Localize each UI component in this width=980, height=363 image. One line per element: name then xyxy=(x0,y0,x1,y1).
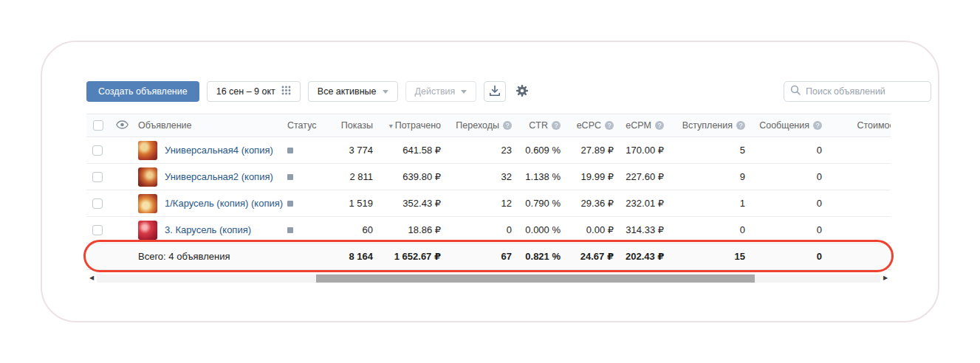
help-icon[interactable] xyxy=(813,121,822,130)
joins-value: 9 xyxy=(670,164,751,190)
messages-value: 0 xyxy=(751,190,828,217)
export-button[interactable] xyxy=(484,81,506,102)
row-checkbox[interactable] xyxy=(92,225,103,235)
ads-table: Объявление Статус Показы Потрачено Перех… xyxy=(86,114,891,270)
messages-value: 0 xyxy=(751,137,828,164)
column-header-impressions[interactable]: Показы xyxy=(341,120,373,131)
impressions-value: 1 519 xyxy=(327,190,379,217)
status-filter-dropdown[interactable]: Все активные xyxy=(308,81,398,102)
joins-value: 1 xyxy=(670,190,751,217)
spent-value: 18.86 ₽ xyxy=(379,217,447,243)
ad-thumbnail[interactable] xyxy=(138,141,157,160)
ad-thumbnail[interactable] xyxy=(138,221,157,240)
column-header-status: Статус xyxy=(287,120,317,131)
column-header-spent[interactable]: Потрачено xyxy=(395,120,441,131)
ecpm-value: 170.00 ₽ xyxy=(620,137,670,164)
row-checkbox[interactable] xyxy=(92,198,103,209)
clicks-value: 0 xyxy=(447,217,518,243)
clicks-value: 23 xyxy=(447,137,518,164)
messages-value: 0 xyxy=(751,217,828,243)
ecpc-value: 0.00 ₽ xyxy=(566,217,620,243)
horizontal-scrollbar: ◀ ▶ xyxy=(86,273,891,283)
column-header-ecpm[interactable]: eCPM xyxy=(626,120,651,131)
impressions-value: 3 774 xyxy=(327,137,379,164)
settings-button[interactable] xyxy=(512,81,532,102)
total-impressions: 8 164 xyxy=(327,243,379,270)
eye-icon xyxy=(116,121,129,131)
column-header-ctr[interactable]: CTR xyxy=(529,120,548,131)
help-icon[interactable] xyxy=(736,121,745,130)
table-header-row: Объявление Статус Показы Потрачено Перех… xyxy=(86,114,891,137)
ctr-value: 0.790 % xyxy=(518,190,566,217)
total-row: Всего: 4 объявления 8 164 1 652.67 ₽ 67 … xyxy=(86,243,891,270)
chevron-down-icon xyxy=(383,90,388,94)
row-checkbox[interactable] xyxy=(92,145,103,156)
clicks-value: 12 xyxy=(447,190,518,217)
scroll-right-icon[interactable]: ▶ xyxy=(880,273,891,283)
spent-value: 641.58 ₽ xyxy=(379,137,447,164)
ecpc-value: 29.36 ₽ xyxy=(566,190,620,217)
ad-name-link[interactable]: 1/Карусель (копия) (копия) xyxy=(165,198,283,209)
ecpc-value: 19.99 ₽ xyxy=(566,164,620,190)
chevron-down-icon xyxy=(461,90,467,94)
ecpm-value: 227.60 ₽ xyxy=(620,164,670,190)
status-filter-label: Все активные xyxy=(318,86,377,97)
ad-row: Универсальная2 (копия) 2 811 639.80 ₽ 32… xyxy=(86,164,891,190)
column-header-ad[interactable]: Объявление xyxy=(138,120,192,131)
ctr-value: 1.138 % xyxy=(518,164,566,190)
help-icon[interactable] xyxy=(605,121,614,130)
ecpm-value: 314.33 ₽ xyxy=(620,217,670,243)
ad-row: 3. Карусель (копия) 60 18.86 ₽ 0 0.000 %… xyxy=(86,217,891,243)
status-stopped-icon xyxy=(287,227,293,233)
row-checkbox[interactable] xyxy=(92,172,103,182)
scrollbar-thumb[interactable] xyxy=(316,274,755,283)
ad-thumbnail[interactable] xyxy=(138,167,157,187)
help-icon[interactable] xyxy=(503,121,512,130)
total-joins: 15 xyxy=(670,243,751,270)
total-clicks: 67 xyxy=(447,243,518,270)
date-range-label: 16 сен – 9 окт xyxy=(216,86,275,97)
joins-value: 0 xyxy=(670,217,751,243)
ecpc-value: 27.89 ₽ xyxy=(566,137,620,164)
actions-label: Действия xyxy=(415,86,456,97)
total-ecpc: 24.67 ₽ xyxy=(566,243,620,270)
column-header-clicks[interactable]: Переходы xyxy=(456,120,499,131)
date-range-button[interactable]: 16 сен – 9 окт xyxy=(207,81,301,102)
impressions-value: 2 811 xyxy=(327,164,379,190)
calendar-icon xyxy=(281,86,291,97)
search-icon xyxy=(790,85,801,98)
search-input[interactable] xyxy=(806,86,925,97)
sort-desc-icon xyxy=(389,122,393,130)
scrollbar-track[interactable] xyxy=(97,274,880,283)
search-box xyxy=(784,81,931,102)
create-ad-button[interactable]: Создать объявление xyxy=(86,81,199,102)
total-messages: 0 xyxy=(751,243,828,270)
ad-row: 1/Карусель (копия) (копия) 1 519 352.43 … xyxy=(86,190,891,217)
gear-icon xyxy=(515,84,529,100)
ctr-value: 0.609 % xyxy=(518,137,566,164)
column-header-joins[interactable]: Вступления xyxy=(682,120,733,131)
column-header-ecpc[interactable]: eCPC xyxy=(577,120,601,131)
messages-value: 0 xyxy=(751,164,828,190)
help-icon[interactable] xyxy=(655,121,664,130)
actions-dropdown[interactable]: Действия xyxy=(405,81,477,102)
column-header-messages[interactable]: Сообщения xyxy=(759,120,809,131)
toolbar: Создать объявление 16 сен – 9 окт Все ак… xyxy=(86,81,931,102)
ads-manager-card: Создать объявление 16 сен – 9 окт Все ак… xyxy=(41,41,939,322)
select-all-checkbox[interactable] xyxy=(93,120,103,131)
ecpm-value: 232.01 ₽ xyxy=(620,190,670,217)
help-icon[interactable] xyxy=(552,121,561,130)
ad-thumbnail[interactable] xyxy=(138,194,157,213)
download-icon xyxy=(489,85,501,99)
ad-name-link[interactable]: Универсальная2 (копия) xyxy=(165,171,273,182)
column-header-cost[interactable]: Стоимость xyxy=(857,120,891,131)
spent-value: 352.43 ₽ xyxy=(379,190,447,217)
ad-name-link[interactable]: 3. Карусель (копия) xyxy=(165,224,251,235)
ctr-value: 0.000 % xyxy=(518,217,566,243)
total-label: Всего: 4 объявления xyxy=(132,243,281,270)
clicks-value: 32 xyxy=(447,164,518,190)
status-stopped-icon xyxy=(287,148,293,153)
joins-value: 5 xyxy=(670,137,751,164)
ad-name-link[interactable]: Универсальная4 (копия) xyxy=(165,145,273,156)
scroll-left-icon[interactable]: ◀ xyxy=(86,273,97,283)
